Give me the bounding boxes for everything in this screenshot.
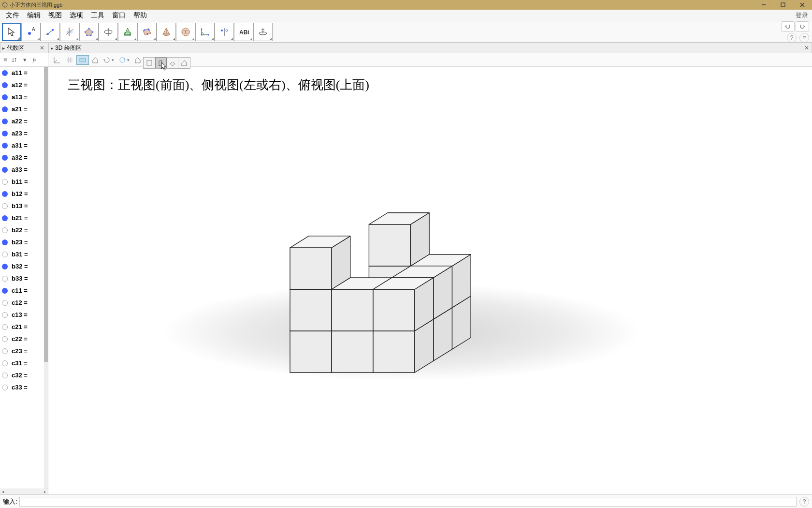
visibility-toggle-icon[interactable] <box>2 179 8 185</box>
menu-options[interactable]: 选项 <box>66 10 87 21</box>
tool-angle[interactable] <box>195 23 215 41</box>
menu-edit[interactable]: 编辑 <box>23 10 44 21</box>
menu-view[interactable]: 视图 <box>44 10 66 21</box>
algebra-item[interactable]: c23 = <box>0 345 48 357</box>
menu-icon[interactable]: ≡ <box>799 33 809 43</box>
algebra-item[interactable]: b33 = <box>0 272 48 284</box>
menu-window[interactable]: 窗口 <box>108 10 130 21</box>
visibility-toggle-icon[interactable] <box>2 312 8 318</box>
visibility-toggle-icon[interactable] <box>2 239 8 245</box>
redo-button[interactable] <box>796 21 809 32</box>
tool-plane[interactable] <box>137 23 157 41</box>
algebra-item[interactable]: c21 = <box>0 321 48 333</box>
algebra-item[interactable]: b11 = <box>0 176 48 188</box>
algebra-item[interactable]: b22 = <box>0 224 48 236</box>
tool-polygon[interactable] <box>79 23 99 41</box>
algebra-close-button[interactable]: ✕ <box>38 44 46 52</box>
algebra-dropdown-icon[interactable]: ▾ <box>20 56 29 64</box>
menu-file[interactable]: 文件 <box>2 10 23 21</box>
algebra-item[interactable]: b21 = <box>0 212 48 224</box>
visibility-toggle-icon[interactable] <box>2 385 8 390</box>
algebra-item[interactable]: a33 = <box>0 164 48 176</box>
algebra-item[interactable]: c31 = <box>0 357 48 369</box>
algebra-item[interactable]: a11 = <box>0 67 48 79</box>
tool-point[interactable]: A <box>21 23 41 41</box>
visibility-toggle-icon[interactable] <box>2 360 8 366</box>
algebra-list[interactable]: a11 =a12 =a13 =a21 =a22 =a23 =a31 =a32 =… <box>0 67 48 489</box>
tool-circle[interactable] <box>99 23 118 41</box>
visibility-toggle-icon[interactable] <box>2 336 8 342</box>
algebra-item[interactable]: c33 = <box>0 381 48 393</box>
visibility-toggle-icon[interactable] <box>2 288 8 294</box>
algebra-item[interactable]: a12 = <box>0 79 48 91</box>
algebra-item[interactable]: a23 = <box>0 127 48 139</box>
algebra-item[interactable]: c12 = <box>0 297 48 309</box>
visibility-toggle-icon[interactable] <box>2 300 8 306</box>
tool-perpendicular[interactable] <box>60 23 79 41</box>
algebra-item[interactable]: b31 = <box>0 248 48 260</box>
command-input[interactable] <box>19 497 797 507</box>
tool-pyramid[interactable] <box>157 23 176 41</box>
help-icon[interactable]: ? <box>787 33 797 43</box>
algebra-item[interactable]: a21 = <box>0 103 48 115</box>
algebra-vscrollbar[interactable] <box>44 67 48 489</box>
tool-text[interactable]: ABC <box>234 23 253 41</box>
algebra-item[interactable]: b12 = <box>0 188 48 200</box>
visibility-toggle-icon[interactable] <box>2 155 8 161</box>
tool-sphere[interactable] <box>176 23 195 41</box>
tool-reflect[interactable] <box>215 23 234 41</box>
input-help-icon[interactable]: ? <box>799 497 809 507</box>
tool-rotate-view[interactable] <box>253 23 273 41</box>
algebra-item[interactable]: b23 = <box>0 236 48 248</box>
undo-button[interactable] <box>781 21 795 32</box>
visibility-toggle-icon[interactable] <box>2 373 8 378</box>
algebra-item[interactable]: b13 = <box>0 200 48 212</box>
menu-help[interactable]: 帮助 <box>130 10 151 21</box>
visibility-toggle-icon[interactable] <box>2 94 8 100</box>
visibility-toggle-icon[interactable] <box>2 324 8 330</box>
algebra-collapse-icon[interactable]: ▸ <box>2 45 5 51</box>
algebra-item-label: b12 = <box>12 190 28 197</box>
algebra-item[interactable]: c13 = <box>0 309 48 321</box>
view3d-close-button[interactable]: ✕ <box>803 44 811 52</box>
visibility-toggle-icon[interactable] <box>2 252 8 257</box>
algebra-menu-icon[interactable]: ≡ <box>1 56 10 64</box>
view3d-collapse-icon[interactable]: ▸ <box>51 45 53 51</box>
visibility-toggle-icon[interactable] <box>2 276 8 282</box>
algebra-item[interactable]: a31 = <box>0 139 48 151</box>
visibility-toggle-icon[interactable] <box>2 348 8 354</box>
visibility-toggle-icon[interactable] <box>2 203 8 209</box>
visibility-toggle-icon[interactable] <box>2 106 8 112</box>
algebra-fx-icon[interactable]: fx <box>30 56 39 64</box>
algebra-item[interactable]: c32 = <box>0 369 48 381</box>
visibility-toggle-icon[interactable] <box>2 70 8 76</box>
3d-scene[interactable] <box>48 53 812 489</box>
window-title: 小正方体的三视图.ggb <box>10 1 62 9</box>
menu-tools[interactable]: 工具 <box>87 10 108 21</box>
visibility-toggle-icon[interactable] <box>2 264 8 269</box>
algebra-sort-icon[interactable] <box>11 56 19 64</box>
tool-intersect-curve[interactable] <box>118 23 137 41</box>
maximize-button[interactable] <box>773 0 793 10</box>
visibility-toggle-icon[interactable] <box>2 82 8 88</box>
svg-point-11 <box>47 33 49 35</box>
algebra-hscrollbar[interactable]: ◂▸ <box>0 489 48 494</box>
algebra-item[interactable]: c22 = <box>0 333 48 345</box>
algebra-item[interactable]: a13 = <box>0 91 48 103</box>
visibility-toggle-icon[interactable] <box>2 131 8 136</box>
visibility-toggle-icon[interactable] <box>2 119 8 124</box>
login-link[interactable]: 登录 <box>796 11 808 20</box>
tool-move[interactable] <box>2 23 21 41</box>
visibility-toggle-icon[interactable] <box>2 191 8 197</box>
visibility-toggle-icon[interactable] <box>2 143 8 149</box>
close-button[interactable] <box>793 0 812 10</box>
algebra-item[interactable]: a32 = <box>0 151 48 164</box>
visibility-toggle-icon[interactable] <box>2 167 8 173</box>
algebra-item[interactable]: a22 = <box>0 115 48 127</box>
visibility-toggle-icon[interactable] <box>2 215 8 221</box>
algebra-item[interactable]: b32 = <box>0 260 48 272</box>
algebra-item[interactable]: c11 = <box>0 284 48 297</box>
minimize-button[interactable] <box>754 0 773 10</box>
tool-line[interactable] <box>41 23 60 41</box>
visibility-toggle-icon[interactable] <box>2 227 8 233</box>
